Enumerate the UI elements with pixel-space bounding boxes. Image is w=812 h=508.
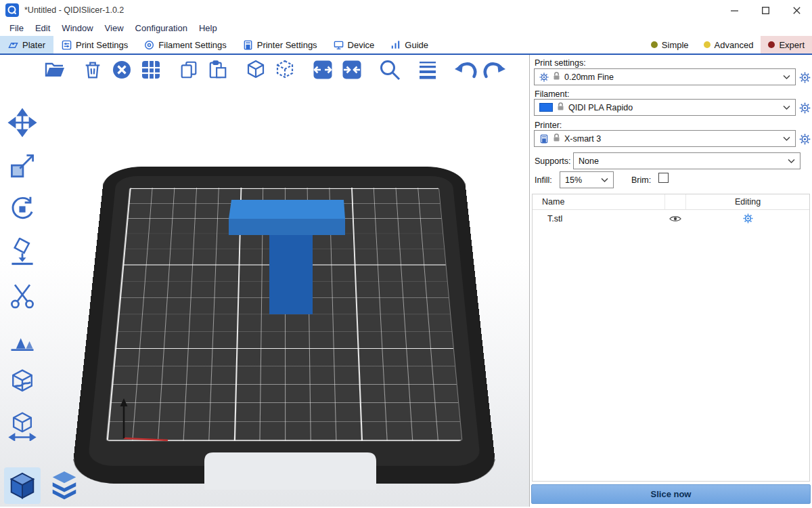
column-name: Name	[533, 197, 664, 207]
rotate-icon[interactable]	[5, 193, 39, 226]
advanced-dot-icon	[704, 41, 710, 48]
printer-settings-icon	[243, 40, 253, 50]
tab-guide[interactable]: Guide	[382, 36, 436, 54]
lock-icon	[553, 72, 560, 83]
preview-view-icon[interactable]	[46, 467, 83, 504]
print-settings-icon	[62, 40, 72, 50]
decrease-instances-icon[interactable]	[339, 57, 365, 83]
menu-bar: File Edit Window View Configuration Help	[0, 20, 812, 36]
lock-icon	[553, 133, 560, 144]
dropdown-arrow-icon	[601, 177, 608, 182]
move-icon[interactable]	[5, 106, 39, 139]
increase-instances-icon[interactable]	[310, 57, 336, 83]
title-bar: *Untitled - QIDISlicer-1.0.2	[0, 0, 812, 20]
mode-label: Simple	[662, 40, 689, 50]
guide-icon	[390, 40, 401, 50]
window-title: *Untitled - QIDISlicer-1.0.2	[24, 5, 124, 15]
print-settings-value: 0.20mm Fine	[564, 72, 780, 82]
printer-combo[interactable]: X-smart 3	[534, 130, 796, 147]
menu-help[interactable]: Help	[196, 23, 220, 33]
tab-plater[interactable]: Plater	[0, 36, 53, 54]
open-project-icon[interactable]	[42, 57, 68, 83]
simple-dot-icon	[651, 41, 658, 48]
menu-file[interactable]: File	[7, 23, 26, 33]
arrange-icon[interactable]	[138, 57, 164, 83]
close-button[interactable]	[781, 0, 812, 20]
tab-printer-settings[interactable]: Printer Settings	[235, 36, 325, 54]
object-list: Name Editing T.stl	[532, 194, 810, 482]
split-to-parts-icon[interactable]	[272, 57, 298, 83]
plater-icon	[8, 40, 18, 50]
tab-bar: Plater Print Settings Filament Settings …	[0, 36, 812, 55]
expert-dot-icon	[768, 41, 775, 48]
view-mode-toolbar	[4, 467, 83, 504]
tab-device[interactable]: Device	[325, 36, 383, 54]
cut-icon[interactable]	[5, 280, 39, 312]
filament-settings-icon	[144, 40, 154, 50]
seam-painting-icon[interactable]	[5, 366, 39, 399]
printer-icon	[539, 134, 549, 144]
split-to-objects-icon[interactable]	[243, 57, 269, 83]
infill-label: Infill:	[535, 175, 552, 185]
dropdown-arrow-icon	[783, 136, 790, 141]
dropdown-arrow-icon	[783, 105, 790, 110]
undo-icon[interactable]	[453, 57, 478, 83]
infill-value: 15%	[565, 175, 598, 185]
window-controls	[719, 0, 812, 20]
menu-view[interactable]: View	[102, 23, 127, 33]
paste-icon[interactable]	[205, 57, 231, 83]
editor-view-icon[interactable]	[4, 467, 41, 504]
print-settings-combo[interactable]: 0.20mm Fine	[534, 68, 796, 85]
scale-icon[interactable]	[5, 150, 39, 182]
print-bed	[118, 85, 450, 507]
mode-selector: Simple Advanced Expert	[644, 36, 812, 54]
supports-combo[interactable]: None	[573, 152, 800, 169]
dropdown-arrow-icon	[783, 75, 790, 79]
app-logo-icon	[5, 3, 19, 17]
tab-label: Filament Settings	[158, 40, 226, 50]
copy-icon[interactable]	[176, 57, 202, 83]
mode-expert[interactable]: Expert	[761, 36, 812, 54]
paint-supports-icon[interactable]	[5, 323, 39, 356]
infill-combo[interactable]: 15%	[560, 171, 614, 188]
mode-simple[interactable]: Simple	[644, 36, 696, 54]
slice-now-button[interactable]: Slice now	[531, 484, 811, 504]
tab-label: Plater	[22, 40, 45, 50]
viewport-3d[interactable]	[0, 55, 529, 507]
delete-icon[interactable]	[80, 57, 106, 83]
object-list-header: Name Editing	[533, 194, 809, 210]
minimize-button[interactable]	[719, 0, 750, 20]
maximize-button[interactable]	[750, 0, 781, 20]
tab-label: Guide	[405, 40, 428, 50]
variable-layer-height-icon[interactable]	[415, 57, 441, 83]
tab-filament-settings[interactable]: Filament Settings	[136, 36, 234, 54]
filament-label: Filament:	[535, 89, 569, 99]
column-visibility	[664, 194, 686, 209]
dropdown-arrow-icon	[788, 158, 795, 163]
search-icon[interactable]	[377, 57, 403, 83]
delete-all-icon[interactable]	[109, 57, 135, 83]
tab-label: Device	[348, 40, 375, 50]
printer-label: Printer:	[535, 121, 562, 130]
settings-panel: Print settings: 0.20mm Fine Filament: QI…	[529, 55, 812, 507]
edit-object-icon[interactable]	[686, 213, 809, 224]
place-on-face-icon[interactable]	[5, 236, 39, 269]
menu-edit[interactable]: Edit	[32, 23, 53, 33]
printer-gear-button[interactable]	[798, 133, 811, 145]
measure-icon[interactable]	[5, 410, 39, 442]
device-icon	[334, 40, 344, 50]
filament-combo[interactable]: QIDI PLA Rapido	[534, 99, 796, 116]
tab-print-settings[interactable]: Print Settings	[53, 36, 136, 54]
filament-gear-button[interactable]	[798, 102, 811, 114]
print-settings-gear-button[interactable]	[798, 71, 811, 83]
brim-checkbox[interactable]	[658, 173, 669, 183]
column-editing: Editing	[686, 197, 809, 207]
supports-label: Supports:	[535, 156, 571, 166]
object-row[interactable]: T.stl	[533, 210, 809, 227]
menu-configuration[interactable]: Configuration	[133, 23, 190, 33]
mode-advanced[interactable]: Advanced	[696, 36, 761, 54]
menu-window[interactable]: Window	[59, 23, 95, 33]
redo-icon[interactable]	[482, 57, 508, 83]
tab-label: Printer Settings	[257, 40, 317, 50]
visibility-eye-icon[interactable]	[664, 215, 686, 223]
